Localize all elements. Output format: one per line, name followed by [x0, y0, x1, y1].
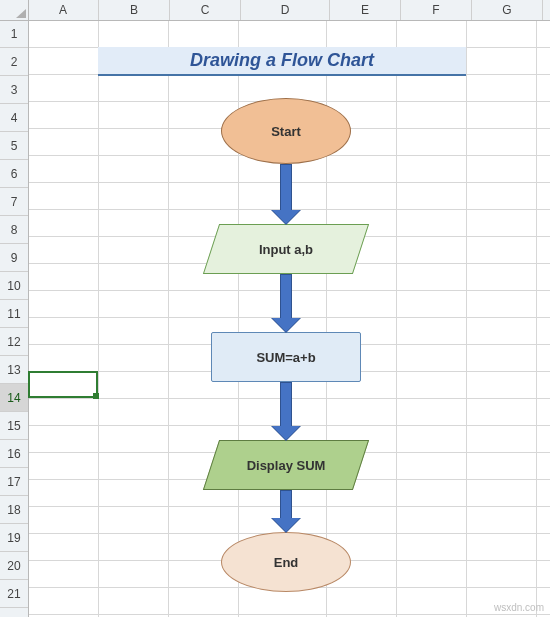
spreadsheet-view: ABCDEFG 12345678910111213141516171819202… — [0, 0, 550, 617]
row-header-1[interactable]: 1 — [0, 20, 28, 48]
column-headers[interactable]: ABCDEFG — [0, 0, 550, 21]
col-header-C[interactable]: C — [170, 0, 241, 20]
row-header-7[interactable]: 7 — [0, 188, 28, 216]
flow-display[interactable]: Display SUM — [211, 440, 361, 490]
row-header-18[interactable]: 18 — [0, 496, 28, 524]
row-headers[interactable]: 12345678910111213141516171819202122 — [0, 0, 29, 617]
col-header-E[interactable]: E — [330, 0, 401, 20]
flow-arrow-3[interactable] — [271, 382, 301, 440]
row-header-17[interactable]: 17 — [0, 468, 28, 496]
flow-end[interactable]: End — [221, 532, 351, 592]
watermark: wsxdn.com — [494, 602, 544, 613]
row-header-10[interactable]: 10 — [0, 272, 28, 300]
row-header-20[interactable]: 20 — [0, 552, 28, 580]
title-cell[interactable]: Drawing a Flow Chart — [98, 47, 466, 76]
flow-arrow-2[interactable] — [271, 274, 301, 332]
row-header-6[interactable]: 6 — [0, 160, 28, 188]
row-header-13[interactable]: 13 — [0, 356, 28, 384]
flow-process[interactable]: SUM=a+b — [211, 332, 361, 382]
row-header-8[interactable]: 8 — [0, 216, 28, 244]
select-all-corner[interactable] — [0, 0, 29, 21]
row-header-15[interactable]: 15 — [0, 412, 28, 440]
flow-process-label: SUM=a+b — [256, 350, 315, 365]
row-header-12[interactable]: 12 — [0, 328, 28, 356]
row-header-21[interactable]: 21 — [0, 580, 28, 608]
row-header-4[interactable]: 4 — [0, 104, 28, 132]
flow-input-label: Input a,b — [259, 242, 313, 257]
flow-arrow-4[interactable] — [271, 490, 301, 532]
col-header-G[interactable]: G — [472, 0, 543, 20]
col-header-B[interactable]: B — [99, 0, 170, 20]
row-header-11[interactable]: 11 — [0, 300, 28, 328]
title-text: Drawing a Flow Chart — [190, 50, 374, 71]
row-header-16[interactable]: 16 — [0, 440, 28, 468]
flow-start[interactable]: Start — [221, 98, 351, 164]
row-header-5[interactable]: 5 — [0, 132, 28, 160]
flow-arrow-1[interactable] — [271, 164, 301, 224]
flow-display-label: Display SUM — [247, 458, 326, 473]
flow-input[interactable]: Input a,b — [211, 224, 361, 274]
row-header-9[interactable]: 9 — [0, 244, 28, 272]
flow-end-label: End — [274, 555, 299, 570]
col-header-D[interactable]: D — [241, 0, 330, 20]
row-header-19[interactable]: 19 — [0, 524, 28, 552]
row-header-22[interactable]: 22 — [0, 608, 28, 617]
row-header-3[interactable]: 3 — [0, 76, 28, 104]
col-header-A[interactable]: A — [28, 0, 99, 20]
flow-start-label: Start — [271, 124, 301, 139]
row-header-2[interactable]: 2 — [0, 48, 28, 76]
col-header-F[interactable]: F — [401, 0, 472, 20]
row-header-14[interactable]: 14 — [0, 384, 28, 412]
